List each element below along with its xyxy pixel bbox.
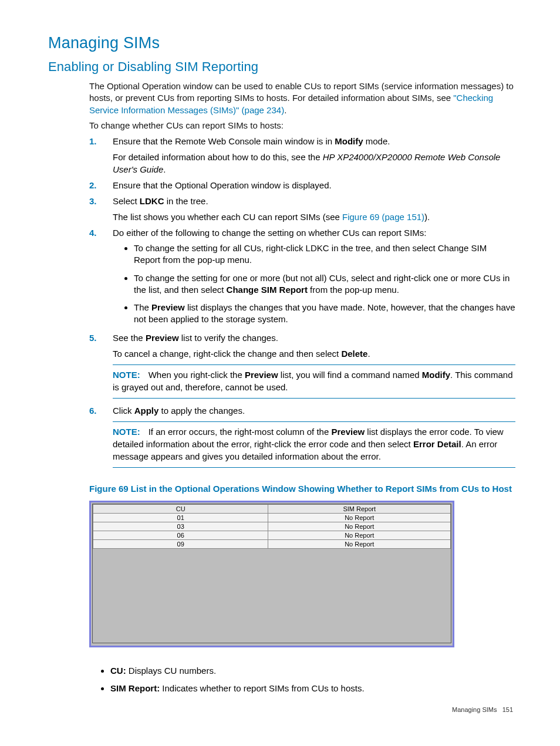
step-1-text: Ensure that the Remote Web Console main …: [113, 135, 515, 147]
table-body: 01No Report03No Report06No Report09No Re…: [93, 513, 451, 548]
footer-page-number: 151: [502, 706, 513, 713]
text: To cancel a change, right-click the chan…: [113, 349, 341, 359]
bold-sim-report: SIM Report:: [110, 683, 160, 693]
col-cu: CU: [93, 504, 268, 513]
intro-block: The Optional Operation window can be use…: [89, 80, 515, 131]
text: Indicates whether to report SIMs from CU…: [160, 683, 364, 693]
step-1-detail: For detailed information about how to do…: [113, 151, 515, 175]
table-cell: No Report: [268, 539, 451, 548]
step-3-text: Select LDKC in the tree.: [113, 195, 515, 207]
step-number: 5.: [89, 332, 106, 344]
heading-managing-sims: Managing SIMs: [48, 34, 515, 52]
text: in the tree.: [164, 196, 208, 206]
footer-section: Managing SIMs: [452, 706, 497, 713]
bold-modify: Modify: [422, 370, 450, 380]
step-number: 4.: [89, 227, 106, 239]
text: Click: [113, 406, 134, 416]
text: The: [134, 302, 151, 312]
bold-delete: Delete: [341, 349, 367, 359]
text: The list shows you whether each CU can r…: [113, 212, 342, 222]
bold-preview: Preview: [331, 427, 365, 437]
steps-list: 1. Ensure that the Remote Web Console ma…: [89, 135, 515, 468]
step-number: 1.: [89, 135, 106, 147]
table-cell: 06: [93, 531, 268, 539]
text: list displays the changes that you have …: [134, 302, 515, 324]
text: Ensure that the Remote Web Console main …: [113, 136, 335, 146]
text: .: [163, 164, 166, 174]
intro-text-1b: .: [284, 105, 286, 115]
text: mode.: [363, 136, 390, 146]
table-inner: CU SIM Report 01No Report03No Report06No…: [92, 504, 451, 643]
step-6: 6. Click Apply to apply the changes. NOT…: [89, 404, 515, 468]
text: When you right-click the: [149, 370, 245, 380]
intro-paragraph-1: The Optional Operation window can be use…: [89, 80, 515, 116]
table-cell: 01: [93, 513, 268, 522]
text: ).: [424, 212, 430, 222]
step-2: 2. Ensure that the Optional Operation wi…: [89, 179, 515, 191]
table-cell: 09: [93, 539, 268, 548]
def-cu: CU: Displays CU numbers.: [110, 665, 515, 677]
text: .: [367, 349, 370, 359]
text: Displays CU numbers.: [126, 666, 216, 676]
table-cell: No Report: [268, 522, 451, 531]
table-header-row: CU SIM Report: [93, 504, 451, 513]
step-4-bullet-3: The Preview list displays the changes th…: [134, 302, 515, 326]
table-cell: No Report: [268, 531, 451, 539]
bold-change-sim: Change SIM Report: [227, 285, 308, 295]
bold-cu: CU:: [110, 666, 126, 676]
table-cell: 03: [93, 522, 268, 531]
step-4-bullet-2: To change the setting for one or more (b…: [134, 272, 515, 296]
note-label: NOTE:: [113, 427, 140, 437]
text: list to verify the changes.: [179, 333, 278, 343]
table-row: 06No Report: [93, 531, 451, 539]
text: list, you will find a command named: [278, 370, 422, 380]
intro-text-1a: The Optional Operation window can be use…: [89, 81, 514, 103]
text: to apply the changes.: [158, 406, 245, 416]
bold-preview: Preview: [146, 333, 179, 343]
step-2-text: Ensure that the Optional Operation windo…: [113, 179, 515, 191]
sim-report-table: CU SIM Report 01No Report03No Report06No…: [93, 504, 451, 549]
step-4-options: To change the setting for all CUs, right…: [113, 242, 515, 326]
step-3: 3. Select LDKC in the tree. The list sho…: [89, 195, 515, 223]
bold-preview: Preview: [151, 302, 185, 312]
table-row: 03No Report: [93, 522, 451, 531]
link-figure-69[interactable]: Figure 69 (page 151): [342, 212, 424, 222]
step-5-text: See the Preview list to verify the chang…: [113, 332, 515, 344]
figure-69-table: CU SIM Report 01No Report03No Report06No…: [89, 501, 454, 647]
step-3-detail: The list shows you whether each CU can r…: [113, 211, 515, 223]
page-footer: Managing SIMs 151: [48, 706, 515, 713]
intro-paragraph-2: To change whether CUs can report SIMs to…: [89, 120, 515, 131]
page-content: Managing SIMs Enabling or Disabling SIM …: [0, 0, 560, 731]
col-sim-report: SIM Report: [268, 504, 451, 513]
step-number: 3.: [89, 195, 106, 207]
note-error-detail: NOTE:If an error occurs, the right-most …: [113, 421, 515, 468]
text: For detailed information about how to do…: [113, 152, 323, 162]
bold-preview: Preview: [245, 370, 278, 380]
step-4: 4. Do either of the following to change …: [89, 227, 515, 326]
step-1: 1. Ensure that the Remote Web Console ma…: [89, 135, 515, 175]
table-row: 01No Report: [93, 513, 451, 522]
bold-error-detail: Error Detail: [413, 439, 461, 449]
step-4-text: Do either of the following to change the…: [113, 227, 515, 239]
step-number: 2.: [89, 179, 106, 191]
text: See the: [113, 333, 146, 343]
figure-69-caption: Figure 69 List in the Optional Operation…: [89, 483, 515, 495]
bold-ldkc: LDKC: [140, 196, 164, 206]
step-6-text: Click Apply to apply the changes.: [113, 404, 515, 417]
step-5: 5. See the Preview list to verify the ch…: [89, 332, 515, 399]
text: If an error occurs, the right-most colum…: [149, 427, 332, 437]
column-definitions: CU: Displays CU numbers. SIM Report: Ind…: [89, 665, 515, 695]
heading-enabling-disabling: Enabling or Disabling SIM Reporting: [48, 59, 515, 75]
table-row: 09No Report: [93, 539, 451, 548]
note-preview-modify: NOTE:When you right-click the Preview li…: [113, 364, 515, 399]
text: from the pop-up menu.: [308, 285, 399, 295]
step-number: 6.: [89, 404, 106, 417]
table-cell: No Report: [268, 513, 451, 522]
def-sim-report: SIM Report: Indicates whether to report …: [110, 683, 515, 694]
note-label: NOTE:: [113, 370, 140, 380]
text: Select: [113, 196, 140, 206]
bold-apply: Apply: [134, 406, 159, 416]
bold-modify: Modify: [335, 136, 363, 146]
step-5-detail: To cancel a change, right-click the chan…: [113, 347, 515, 360]
step-4-bullet-1: To change the setting for all CUs, right…: [134, 242, 515, 266]
